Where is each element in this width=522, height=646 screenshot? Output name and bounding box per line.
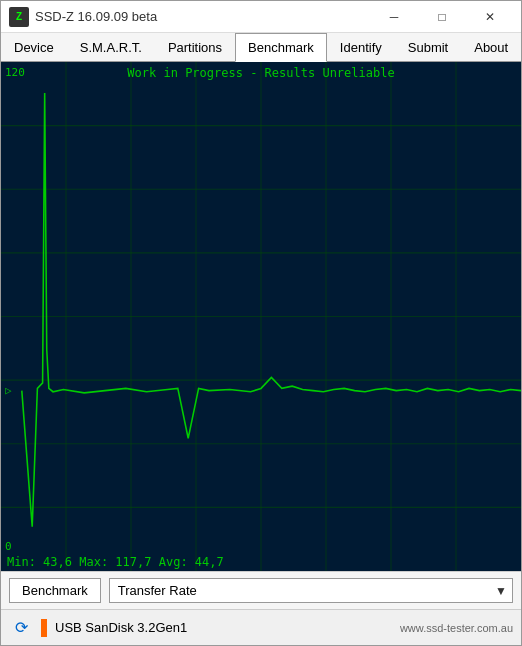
svg-text:▷: ▷: [5, 384, 12, 397]
benchmark-type-select-wrapper: Transfer Rate Sequential Read Sequential…: [109, 578, 513, 603]
minimize-button[interactable]: ─: [371, 1, 417, 33]
title-bar: Z SSD-Z 16.09.09 beta ─ □ ✕: [1, 1, 521, 33]
tab-benchmark[interactable]: Benchmark: [235, 33, 327, 62]
chart-svg: ▷: [1, 62, 521, 571]
tab-about[interactable]: About: [461, 33, 521, 61]
benchmark-type-select[interactable]: Transfer Rate Sequential Read Sequential…: [109, 578, 513, 603]
tab-device[interactable]: Device: [1, 33, 67, 61]
refresh-icon: ⟳: [9, 616, 33, 640]
window-title: SSD-Z 16.09.09 beta: [35, 9, 371, 24]
tab-bar: Device S.M.A.R.T. Partitions Benchmark I…: [1, 33, 521, 62]
tab-partitions[interactable]: Partitions: [155, 33, 235, 61]
window-controls: ─ □ ✕: [371, 1, 513, 33]
maximize-button[interactable]: □: [419, 1, 465, 33]
drive-label: USB SanDisk 3.2Gen1: [55, 620, 400, 635]
watermark-text: www.ssd-tester.com.au: [400, 622, 513, 634]
benchmark-chart: 120 Work in Progress - Results Unreliabl…: [1, 62, 521, 571]
app-icon: Z: [9, 7, 29, 27]
close-button[interactable]: ✕: [467, 1, 513, 33]
tab-identify[interactable]: Identify: [327, 33, 395, 61]
y-axis-min-label: 0: [5, 540, 12, 553]
chart-title: Work in Progress - Results Unreliable: [127, 66, 394, 80]
tab-smart[interactable]: S.M.A.R.T.: [67, 33, 155, 61]
chart-status-bar: Min: 43,6 Max: 117,7 Avg: 44,7: [1, 553, 521, 571]
status-bar: ⟳ USB SanDisk 3.2Gen1 www.ssd-tester.com…: [1, 609, 521, 645]
drive-color-indicator: [41, 619, 47, 637]
tab-submit[interactable]: Submit: [395, 33, 461, 61]
y-axis-max-label: 120: [5, 66, 25, 79]
main-window: Z SSD-Z 16.09.09 beta ─ □ ✕ Device S.M.A…: [0, 0, 522, 646]
benchmark-button[interactable]: Benchmark: [9, 578, 101, 603]
benchmark-controls: Benchmark Transfer Rate Sequential Read …: [1, 571, 521, 609]
